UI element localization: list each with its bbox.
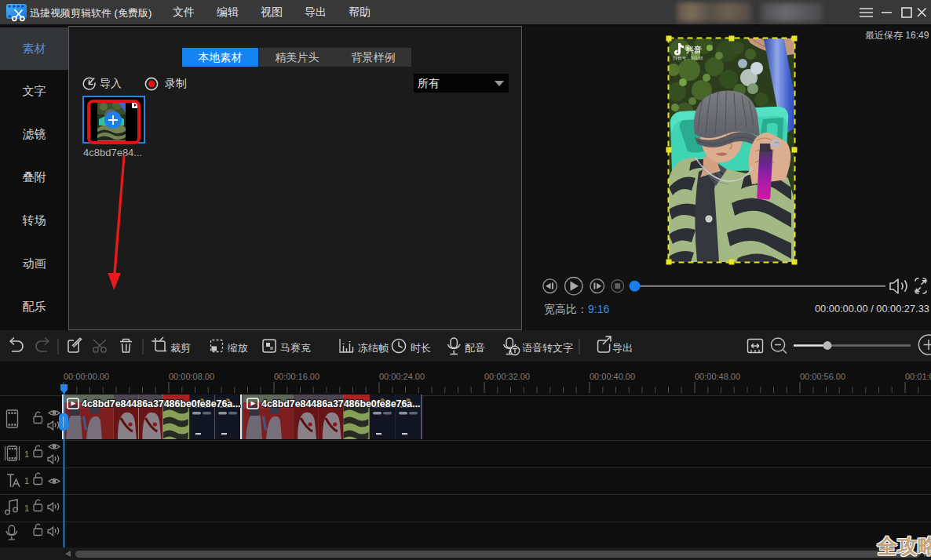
svg-text:1: 1	[24, 476, 29, 485]
svg-text:1: 1	[24, 449, 29, 459]
svg-text:4c8bd7e84486a37486be0fe8e76a..: 4c8bd7e84486a37486be0fe8e76a...	[261, 398, 421, 409]
svg-text:1: 1	[24, 504, 29, 513]
svg-text:4c8bd7e84486a37486be0fe8e76a..: 4c8bd7e84486a37486be0fe8e76a...	[82, 398, 241, 409]
